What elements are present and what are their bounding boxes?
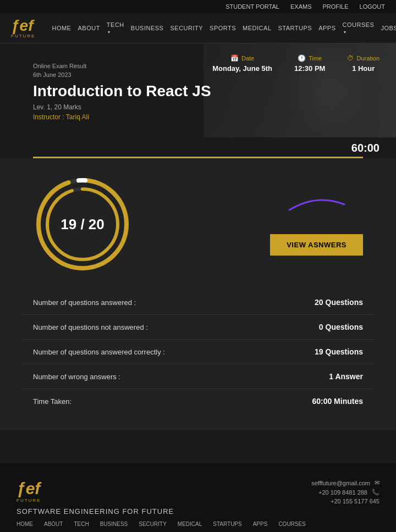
- main-content: 19 / 20 VIEW ASNWERS Number of questions…: [0, 158, 396, 430]
- instructor-label: Instructor :: [33, 113, 64, 121]
- nav-sports[interactable]: SPORTS: [210, 25, 236, 31]
- footer: ƒef FUTURE SOFTWARE ENGINEERING FOR FUTU…: [0, 463, 396, 532]
- footer-nav-home[interactable]: HOME: [16, 521, 33, 527]
- footer-top: ƒef FUTURE SOFTWARE ENGINEERING FOR FUTU…: [16, 479, 380, 532]
- timer-container: 60:00: [0, 137, 396, 158]
- breadcrumb: Online Exam Result: [33, 63, 363, 69]
- main-nav: HOME ABOUT TECH ▾ BUSINESS SECURITY SPOR…: [52, 18, 396, 38]
- footer-nav-business[interactable]: BUSINESS: [100, 521, 128, 527]
- nav-tech[interactable]: TECH ▾: [107, 21, 124, 35]
- exam-instructor: Instructor : Tariq Ali: [33, 113, 363, 121]
- footer-nav-about[interactable]: ABOUT: [44, 521, 63, 527]
- instructor-name[interactable]: Tariq Ali: [66, 113, 89, 121]
- nav-home[interactable]: HOME: [52, 25, 71, 31]
- exam-date: 6th June 2023: [33, 71, 363, 78]
- footer-nav-tech[interactable]: TECH: [74, 521, 89, 527]
- footer-nav: HOME ABOUT TECH BUSINESS SECURITY MEDICA…: [16, 521, 311, 532]
- footer-phone2: +20 155 5177 645: [331, 498, 380, 505]
- footer-nav-security[interactable]: SECURITY: [139, 521, 167, 527]
- nav-business[interactable]: BUSINESS: [131, 25, 164, 31]
- stat-row-1: Number of questions not answered : 0 Que…: [22, 315, 374, 340]
- exam-level: Lev. 1, 20 Marks: [33, 103, 363, 111]
- footer-brand: ƒef FUTURE SOFTWARE ENGINEERING FOR FUTU…: [16, 479, 311, 532]
- stat-row-0: Number of questions answered : 20 Questi…: [22, 290, 374, 315]
- stat-row-2: Number of questions answered correctly :…: [22, 340, 374, 364]
- score-circle-container: 19 / 20: [33, 175, 132, 274]
- stat-value-4: 60:00 Minutes: [312, 397, 363, 406]
- stat-label-3: Number of wrong answers :: [33, 373, 120, 381]
- phone-icon: 📞: [372, 489, 380, 496]
- header: ƒef FUTURE HOME ABOUT TECH ▾ BUSINESS SE…: [0, 13, 396, 43]
- stat-label-1: Number of questions not answered :: [33, 323, 148, 331]
- nav-medical[interactable]: MEDICAL: [243, 25, 271, 31]
- footer-nav-courses[interactable]: COURSES: [278, 521, 305, 527]
- exam-title: Introduction to React JS: [33, 82, 363, 100]
- footer-nav-startups[interactable]: STARTUPS: [213, 521, 241, 527]
- nav-apps[interactable]: APPS: [318, 25, 336, 31]
- view-answers-button[interactable]: VIEW ASNWERS: [270, 234, 363, 256]
- logo-subtitle: FUTURE: [11, 34, 35, 38]
- footer-email-item: sefffuture@gmail.com ✉: [311, 479, 380, 486]
- right-score-area: VIEW ASNWERS: [270, 193, 363, 256]
- exams-link[interactable]: EXAMS: [290, 3, 312, 10]
- spacer: [0, 430, 396, 463]
- logo[interactable]: ƒef FUTURE: [11, 18, 35, 38]
- stats-section: Number of questions answered : 20 Questi…: [0, 285, 396, 419]
- footer-email: sefffuture@gmail.com: [311, 480, 370, 486]
- footer-company-name: SOFTWARE ENGINEERING FOR FUTURE: [16, 507, 311, 516]
- stat-row-3: Number of wrong answers : 1 Answer: [22, 364, 374, 389]
- nav-startups[interactable]: STARTUPS: [278, 25, 312, 31]
- logout-link[interactable]: LOGOUT: [360, 3, 385, 10]
- stat-row-4: Time Taken: 60:00 Minutes: [22, 389, 374, 413]
- footer-logo-text: ƒef: [16, 479, 41, 498]
- score-display: 19 / 20: [61, 216, 105, 233]
- footer-phone1-item: +20 109 8481 288 📞: [311, 489, 380, 496]
- logo-icon: ƒef: [11, 18, 35, 34]
- score-section: 19 / 20 VIEW ASNWERS: [0, 158, 396, 285]
- nav-courses[interactable]: COURSES ▾: [343, 21, 375, 35]
- footer-contact-area: sefffuture@gmail.com ✉ +20 109 8481 288 …: [311, 479, 380, 507]
- email-icon: ✉: [375, 479, 380, 486]
- timer-display: 60:00: [351, 142, 380, 154]
- profile-link[interactable]: PROFILE: [322, 3, 348, 10]
- stat-value-1: 0 Questions: [319, 323, 363, 331]
- hero-section: Online Exam Result 6th June 2023 Introdu…: [0, 43, 396, 137]
- footer-phone2-item: +20 155 5177 645: [311, 498, 380, 505]
- footer-phone1: +20 109 8481 288: [318, 489, 367, 496]
- purple-arc-decoration: [284, 193, 350, 218]
- stat-label-0: Number of questions answered :: [33, 298, 136, 307]
- student-portal-link[interactable]: STUDENT PORTAL: [226, 3, 279, 10]
- stat-value-0: 20 Questions: [315, 298, 363, 307]
- top-bar: STUDENT PORTAL EXAMS PROFILE LOGOUT: [0, 0, 396, 13]
- stat-label-4: Time Taken:: [33, 397, 72, 406]
- stat-label-2: Number of questions answered correctly :: [33, 348, 165, 356]
- nav-jobs[interactable]: JOBS: [381, 25, 396, 31]
- footer-nav-apps[interactable]: APPS: [253, 521, 268, 527]
- footer-logo-sub: FUTURE: [16, 498, 41, 503]
- nav-security[interactable]: SECURITY: [170, 25, 203, 31]
- nav-about[interactable]: ABOUT: [78, 25, 100, 31]
- footer-nav-medical[interactable]: MEDICAL: [178, 521, 202, 527]
- stat-value-2: 19 Questions: [315, 347, 363, 356]
- stat-value-3: 1 Answer: [329, 372, 363, 381]
